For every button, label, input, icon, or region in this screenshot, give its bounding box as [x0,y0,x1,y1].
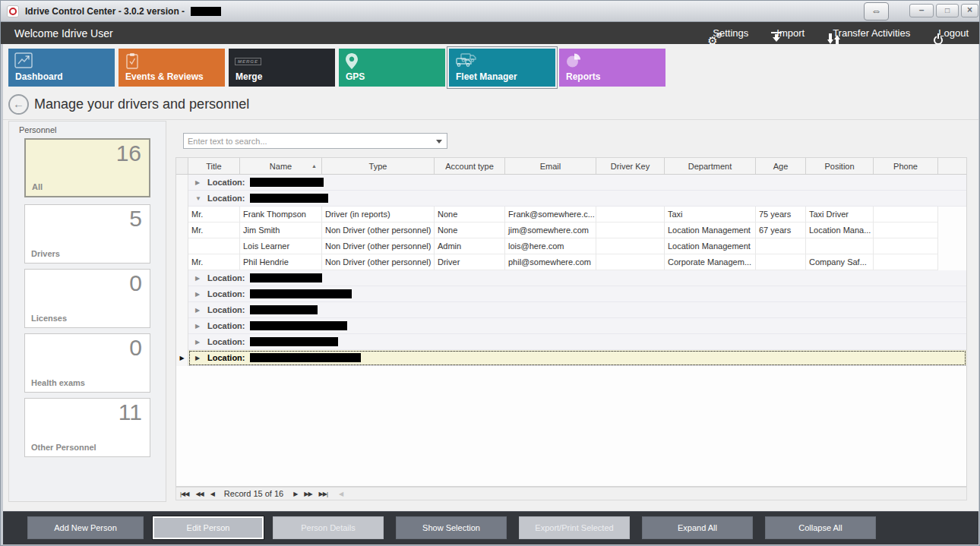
group-row-body: ▶Location: [188,350,966,366]
minimize-icon: – [919,5,925,15]
add-new-person-button[interactable]: Add New Person [27,516,144,539]
cell-blank [938,254,966,270]
cell-title: Mr. [188,207,240,223]
import-button[interactable]: Import [771,27,805,39]
expand-triangle-icon[interactable]: ▶ [195,339,203,346]
card-health-exams[interactable]: 0Health exams [24,333,150,393]
expand-triangle-icon[interactable]: ▶ [195,179,203,186]
resize-button[interactable]: ⇔ [864,2,889,21]
person-row[interactable]: Mr.Jim SmithNon Driver (other personnel)… [176,223,966,238]
footer-button-label: Edit Person [187,523,230,532]
column-header-age[interactable]: Age [756,158,806,174]
redaction-bar [250,289,352,298]
cell-position: Company Saf... [806,254,874,270]
tab-reports[interactable]: Reports [559,49,665,87]
show-selection-button[interactable]: Show Selection [396,516,507,539]
edit-person-button[interactable]: Edit Person [153,516,264,539]
tab-dashboard[interactable]: Dashboard [8,49,115,87]
location-group-row[interactable]: ▼Location: [176,191,966,207]
card-count: 0 [129,335,142,361]
expand-triangle-icon[interactable]: ▶ [195,323,203,330]
collapse-triangle-icon[interactable]: ▼ [195,195,203,202]
column-header-department[interactable]: Department [665,158,756,174]
transfer-activities-button[interactable]: Transfer Activities [827,27,910,39]
last-record-button[interactable]: ▶▶| [319,491,327,497]
cell-blank [938,207,966,223]
expand-triangle-icon[interactable]: ▶ [195,275,203,282]
next-page-button[interactable]: ▶▶ [304,491,311,497]
row-indicator-cell [176,207,188,223]
column-header-position[interactable]: Position [806,158,874,174]
import-label: Import [776,27,805,39]
tile-label: Fleet Manager [456,71,517,82]
minimize-button[interactable]: – [909,4,934,17]
grid-header: TitleName▲TypeAccount typeEmailDriver Ke… [176,158,966,175]
column-header-driver-key[interactable]: Driver Key [596,158,665,174]
group-row-body: ▶Location: [188,286,966,302]
cell-department: Corporate Managem... [665,254,756,270]
tab-merge[interactable]: MERGEMerge [229,49,335,87]
first-record-button[interactable]: |◀◀ [180,491,188,497]
prev-page-button[interactable]: ◀◀ [195,491,203,497]
expand-triangle-icon[interactable]: ▶ [195,355,203,361]
tab-gps[interactable]: GPS [339,49,445,87]
close-button[interactable]: × [961,4,978,17]
app-window: Idrive Control Center - 3.0.2 version - … [0,0,980,546]
search-box [183,133,447,149]
cell-type: Non Driver (other personnel) [322,223,435,238]
location-group-row[interactable]: ▶Location: [176,318,966,334]
person-row[interactable]: Mr.Frank ThompsonDriver (in reports)None… [176,207,966,223]
clipboard-check-icon [125,52,140,72]
cell-driver-key [596,254,665,270]
logout-label: Logout [938,27,969,39]
person-row[interactable]: Mr.Phil HendrieNon Driver (other personn… [176,254,966,270]
column-header-name[interactable]: Name▲ [240,158,322,174]
column-header-account-type[interactable]: Account type [435,158,505,174]
cell-title [188,238,240,254]
column-header-label: Department [688,162,732,171]
expand-triangle-icon[interactable]: ▶ [195,307,203,314]
dropdown-arrow-icon[interactable] [436,140,442,144]
location-group-row[interactable]: ▶Location: [176,270,966,286]
person-row[interactable]: Lois LearnerNon Driver (other personnel)… [176,238,966,254]
cell-name: Phil Hendrie [240,254,322,270]
card-licenses[interactable]: 0Licenses [24,269,150,328]
map-pin-icon [345,52,359,73]
cell-title: Mr. [188,223,240,238]
prev-record-button[interactable]: ◀ [210,491,214,497]
location-group-row[interactable]: ▶Location: [176,302,966,318]
column-header-title[interactable]: Title [188,158,240,174]
card-drivers[interactable]: 5Drivers [24,204,150,264]
location-group-row[interactable]: ▶Location: [176,334,966,350]
cell-age [756,254,806,270]
cell-name: Frank Thompson [240,207,322,223]
tile-label: Reports [566,71,600,82]
tab-events-reviews[interactable]: Events & Reviews [119,49,225,87]
cell-name: Jim Smith [240,223,322,238]
card-all[interactable]: 16All [24,138,150,197]
column-header-type[interactable]: Type [322,158,435,174]
location-group-row[interactable]: ▶Location: [176,286,966,302]
redaction-bar [250,273,322,282]
tab-fleet-manager[interactable]: Fleet Manager [447,47,557,88]
maximize-button[interactable]: □ [936,4,959,17]
column-header-email[interactable]: Email [505,158,596,174]
search-input[interactable] [184,134,447,149]
card-other-personnel[interactable]: 11Other Personnel [24,398,150,457]
location-group-row[interactable]: ▶▶Location: [176,350,966,366]
cell-age: 75 years [756,207,806,223]
settings-button[interactable]: ⚙⚙Settings [707,27,748,39]
expand-triangle-icon[interactable]: ▶ [195,291,203,298]
location-group-row[interactable]: ▶Location: [176,175,966,191]
logout-button[interactable]: Logout [933,27,969,39]
personnel-grid: TitleName▲TypeAccount typeEmailDriver Ke… [175,157,967,487]
next-record-button[interactable]: ▶ [293,491,297,497]
back-button[interactable]: ← [8,94,29,115]
expand-all-button[interactable]: Expand All [642,516,753,539]
close-icon: × [967,5,972,15]
collapse-all-button[interactable]: Collapse All [765,516,876,539]
footer-button-label: Export/Print Selected [535,523,613,532]
column-header-phone[interactable]: Phone [874,158,938,174]
group-label: Location: [207,289,245,298]
column-header-label: Position [824,162,854,171]
